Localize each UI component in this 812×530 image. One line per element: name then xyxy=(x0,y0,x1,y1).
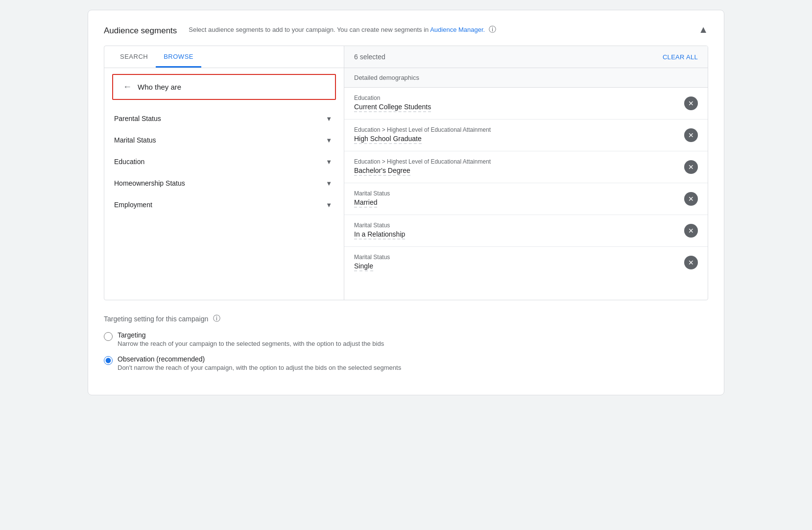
detailed-demographics-label: Detailed demographics xyxy=(344,68,708,88)
close-icon: ✕ xyxy=(688,195,694,202)
header-description: Select audience segments to add to your … xyxy=(189,24,691,35)
category-label: Employment xyxy=(114,201,152,209)
chevron-down-icon: ▼ xyxy=(326,158,332,166)
category-label: Education xyxy=(114,158,144,166)
back-arrow-icon: ← xyxy=(123,82,132,92)
selected-item: Marital Status Single ✕ xyxy=(344,247,708,278)
category-item-3[interactable]: Homeownership Status▼ xyxy=(104,172,344,194)
tab-bar: SEARCH BROWSE xyxy=(104,46,344,68)
targeting-section: Targeting setting for this campaign ⓘ Ta… xyxy=(104,314,708,371)
radio-text-targeting: Targeting Narrow the reach of your campa… xyxy=(118,331,384,347)
category-label: Parental Status xyxy=(114,115,161,122)
category-item-1[interactable]: Marital Status▼ xyxy=(104,129,344,151)
back-row-label: Who they are xyxy=(138,83,181,91)
item-name-4: In a Relationship xyxy=(354,230,405,240)
radio-input-targeting[interactable] xyxy=(104,332,113,341)
close-icon: ✕ xyxy=(688,164,694,170)
item-category-4: Marital Status xyxy=(354,222,678,229)
targeting-help-icon[interactable]: ⓘ xyxy=(213,314,220,323)
card-header: Audience segments Select audience segmen… xyxy=(104,24,708,36)
card-title: Audience segments xyxy=(104,26,177,36)
remove-button-1[interactable]: ✕ xyxy=(684,128,698,142)
targeting-title: Targeting setting for this campaign ⓘ xyxy=(104,314,708,323)
radio-option-targeting: Targeting Narrow the reach of your campa… xyxy=(104,331,708,347)
category-item-2[interactable]: Education▼ xyxy=(104,151,344,172)
targeting-title-text: Targeting setting for this campaign xyxy=(104,315,208,323)
targeting-options: Targeting Narrow the reach of your campa… xyxy=(104,331,708,371)
item-name-5: Single xyxy=(354,262,373,271)
tab-search[interactable]: SEARCH xyxy=(112,46,156,68)
radio-desc-observation: Don't narrow the reach of your campaign,… xyxy=(118,364,401,371)
remove-button-3[interactable]: ✕ xyxy=(684,192,698,206)
who-they-are-back-row[interactable]: ← Who they are xyxy=(112,74,336,100)
item-info-4: Marital Status In a Relationship xyxy=(354,222,678,240)
item-info-2: Education > Highest Level of Educational… xyxy=(354,158,678,176)
item-info-1: Education > Highest Level of Educational… xyxy=(354,126,678,144)
selected-item: Education > Highest Level of Educational… xyxy=(344,120,708,151)
category-label: Marital Status xyxy=(114,136,156,144)
item-name-3: Married xyxy=(354,198,377,208)
selected-item: Education > Highest Level of Educational… xyxy=(344,151,708,183)
item-category-0: Education xyxy=(354,95,678,101)
category-item-4[interactable]: Employment▼ xyxy=(104,194,344,216)
audience-segments-card: Audience segments Select audience segmen… xyxy=(88,10,724,395)
main-panel: SEARCH BROWSE ← Who they are Parental St… xyxy=(104,46,708,300)
close-icon: ✕ xyxy=(688,132,694,139)
remove-button-4[interactable]: ✕ xyxy=(684,224,698,238)
desc-text: Select audience segments to add to your … xyxy=(189,26,430,33)
right-panel-header: 6 selected CLEAR ALL xyxy=(344,46,708,68)
radio-text-observation: Observation (recommended) Don't narrow t… xyxy=(118,355,401,371)
remove-button-2[interactable]: ✕ xyxy=(684,160,698,174)
radio-label-targeting: Targeting xyxy=(118,331,384,339)
selected-item: Marital Status Married ✕ xyxy=(344,183,708,215)
chevron-down-icon: ▼ xyxy=(326,180,332,187)
selected-items-list: Education Current College Students ✕ Edu… xyxy=(344,88,708,300)
collapse-icon[interactable]: ▲ xyxy=(698,24,708,35)
item-info-3: Marital Status Married xyxy=(354,190,678,208)
help-icon[interactable]: ⓘ xyxy=(489,25,496,33)
audience-manager-link[interactable]: Audience Manager. xyxy=(430,26,485,33)
right-panel: 6 selected CLEAR ALL Detailed demographi… xyxy=(344,46,708,300)
item-category-5: Marital Status xyxy=(354,254,678,261)
chevron-down-icon: ▼ xyxy=(326,115,332,122)
item-category-2: Education > Highest Level of Educational… xyxy=(354,158,678,165)
radio-desc-targeting: Narrow the reach of your campaign to the… xyxy=(118,340,384,347)
radio-option-observation: Observation (recommended) Don't narrow t… xyxy=(104,355,708,371)
close-icon: ✕ xyxy=(688,100,694,107)
category-list: Parental Status▼Marital Status▼Education… xyxy=(104,106,344,217)
item-name-2: Bachelor's Degree xyxy=(354,167,410,176)
item-info-0: Education Current College Students xyxy=(354,95,678,112)
tab-browse[interactable]: BROWSE xyxy=(156,46,201,68)
item-category-3: Marital Status xyxy=(354,190,678,197)
item-name-1: High School Graduate xyxy=(354,135,422,144)
category-label: Homeownership Status xyxy=(114,179,185,187)
remove-button-0[interactable]: ✕ xyxy=(684,96,698,110)
chevron-down-icon: ▼ xyxy=(326,137,332,144)
radio-label-observation: Observation (recommended) xyxy=(118,355,401,363)
selected-item: Marital Status In a Relationship ✕ xyxy=(344,215,708,247)
item-info-5: Marital Status Single xyxy=(354,254,678,271)
clear-all-button[interactable]: CLEAR ALL xyxy=(663,53,698,61)
item-category-1: Education > Highest Level of Educational… xyxy=(354,126,678,133)
chevron-down-icon: ▼ xyxy=(326,201,332,209)
close-icon: ✕ xyxy=(688,227,694,234)
selected-count: 6 selected xyxy=(354,53,385,61)
category-item-0[interactable]: Parental Status▼ xyxy=(104,108,344,129)
selected-item: Education Current College Students ✕ xyxy=(344,88,708,120)
item-name-0: Current College Students xyxy=(354,103,431,112)
radio-input-observation[interactable] xyxy=(104,356,113,365)
remove-button-5[interactable]: ✕ xyxy=(684,256,698,269)
left-panel: SEARCH BROWSE ← Who they are Parental St… xyxy=(104,46,344,300)
close-icon: ✕ xyxy=(688,259,694,266)
